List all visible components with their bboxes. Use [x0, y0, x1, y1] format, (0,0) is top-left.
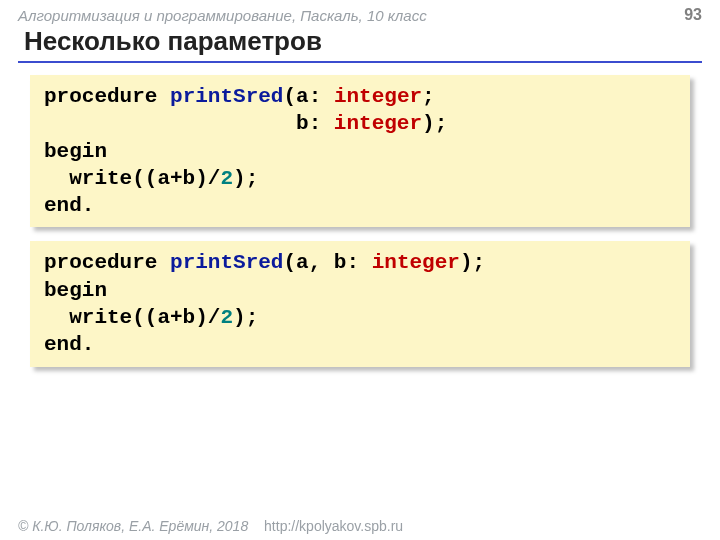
- code-text: b:: [44, 112, 334, 135]
- code-number: 2: [220, 167, 233, 190]
- code-text: );: [422, 112, 447, 135]
- code-type: integer: [334, 112, 422, 135]
- code-identifier: printSred: [170, 85, 283, 108]
- code-text: );: [233, 167, 258, 190]
- code-text: begin: [44, 140, 107, 163]
- code-identifier: printSred: [170, 251, 283, 274]
- code-block-2: procedure printSred(a, b: integer); begi…: [30, 241, 690, 366]
- code-text: write((a+b)/: [44, 306, 220, 329]
- code-text: begin: [44, 279, 107, 302]
- page-title: Несколько параметров: [0, 26, 720, 61]
- slide-header: Алгоритмизация и программирование, Паска…: [0, 0, 720, 26]
- page-number: 93: [684, 6, 702, 24]
- title-underline: [18, 61, 702, 63]
- code-type: integer: [372, 251, 460, 274]
- code-text: procedure: [44, 85, 170, 108]
- code-type: integer: [334, 85, 422, 108]
- code-text: procedure: [44, 251, 170, 274]
- code-text: );: [460, 251, 485, 274]
- footer-authors: © К.Ю. Поляков, Е.А. Ерёмин, 2018: [18, 518, 248, 534]
- footer-url: http://kpolyakov.spb.ru: [264, 518, 403, 534]
- code-number: 2: [220, 306, 233, 329]
- code-block-1: procedure printSred(a: integer; b: integ…: [30, 75, 690, 227]
- code-text: (a, b:: [283, 251, 371, 274]
- code-text: end.: [44, 194, 94, 217]
- slide-footer: © К.Ю. Поляков, Е.А. Ерёмин, 2018 http:/…: [18, 518, 403, 534]
- code-text: );: [233, 306, 258, 329]
- code-text: write((a+b)/: [44, 167, 220, 190]
- code-text: ;: [422, 85, 435, 108]
- course-title: Алгоритмизация и программирование, Паска…: [18, 7, 427, 24]
- code-text: end.: [44, 333, 94, 356]
- code-text: (a:: [283, 85, 333, 108]
